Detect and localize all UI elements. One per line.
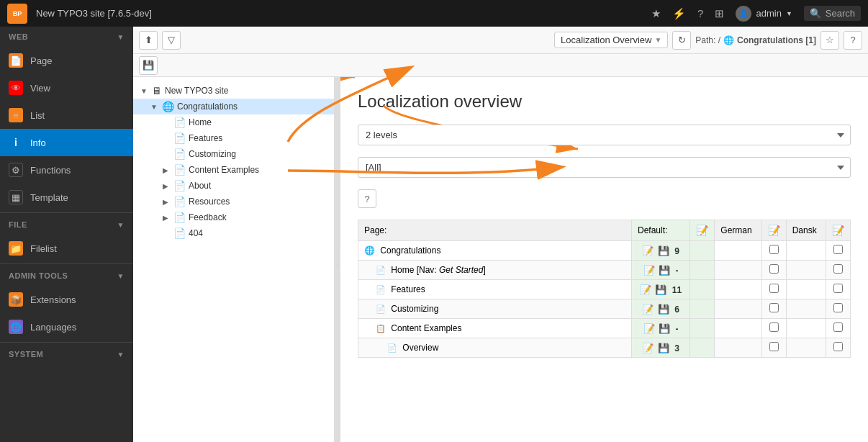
translate-action-1[interactable]: 💾 [658,245,669,256]
logo: BP [7,4,27,24]
edit-action-home[interactable]: 📝 [643,265,655,276]
grid-icon[interactable]: ⊞ [715,7,724,20]
dansk-checkbox-content-examples[interactable] [833,323,843,332]
tree-toggle-content-examples[interactable]: ▶ [161,165,171,175]
sidebar-item-languages[interactable]: 🌐 Languages [0,313,133,340]
sidebar-item-view[interactable]: 👁 View [0,74,133,102]
tree-item-root[interactable]: ▼ 🖥 New TYPO3 site [133,83,334,99]
translate-action-features[interactable]: 💾 [655,284,666,295]
default-cell-overview: 📝 💾 3 [632,338,690,358]
edit-action-1[interactable]: 📝 [642,245,654,256]
tree-404-icon: 📄 [173,227,186,239]
german-checkbox-customizing[interactable] [769,303,779,312]
sidebar-item-template[interactable]: ▦ Template [0,184,133,211]
help-button[interactable]: ? [358,189,376,208]
tree-toggle-congratulations[interactable]: ▼ [149,102,159,112]
section-admin-header[interactable]: ADMIN TOOLS ▼ [0,266,133,286]
sidebar-item-page[interactable]: 📄 Page [0,47,133,74]
dansk-checkbox-customizing[interactable] [833,303,843,312]
sidebar-item-info[interactable]: i Info [0,129,133,156]
german-checkbox-features[interactable] [769,284,779,293]
sidebar-item-list[interactable]: ≡ List [0,102,133,129]
german-checkbox-content-examples[interactable] [769,323,779,332]
sidebar-label-functions: Functions [30,165,71,176]
sidebar-item-filelist[interactable]: 📁 Filelist [0,235,133,262]
section-web-header[interactable]: WEB ▼ [0,27,133,47]
filter-button[interactable]: ▽ [162,31,181,50]
levels-select[interactable]: 2 levels 1 level 3 levels 4 levels [358,125,851,145]
tree-toggle-resources[interactable]: ▶ [161,197,171,207]
view-selector[interactable]: Localization Overview ▼ [554,32,668,48]
tree-toggle-root[interactable]: ▼ [139,86,149,96]
tree-toggle-about[interactable]: ▶ [161,181,171,191]
dansk-checkbox-home[interactable] [833,264,843,274]
section-system-header[interactable]: SYSTEM ▼ [0,344,133,364]
page-title: Localization overview [358,91,851,112]
page-name-congratulations: Congratulations [380,245,440,256]
edit-icon-dansk[interactable]: 📝 [832,225,844,236]
dansk-cell-customizing [786,299,826,319]
tree-item-customizing[interactable]: ▶ 📄 Customizing [133,146,334,162]
german-checkbox-cell-congratulations [761,241,786,261]
user-menu[interactable]: 👤 admin ▼ [736,6,792,22]
tree-item-feedback[interactable]: ▶ 📄 Feedback [133,209,334,225]
view-icon: 👁 [9,81,23,95]
translate-action-overview[interactable]: 💾 [658,343,669,353]
help-icon[interactable]: ? [697,7,703,19]
tree-item-about[interactable]: ▶ 📄 About [133,178,334,194]
german-checkbox-home[interactable] [769,264,779,274]
page-name-overview: Overview [402,343,438,353]
doc-icon-home: 📄 [376,266,386,274]
count-congratulations: 9 [674,246,679,256]
toolbar-row2: 💾 [133,54,868,77]
tree-item-home[interactable]: ▶ 📄 Home [133,114,334,130]
bookmark-icon[interactable]: ★ [651,7,661,20]
filter-select[interactable]: [All] Default language only Translated p… [358,157,851,178]
edit-icon-default[interactable]: 📝 [696,225,708,236]
dansk-checkbox-overview[interactable] [833,342,843,351]
page-cell-features: 📄 Features [358,280,632,299]
tree-item-features[interactable]: ▶ 📄 Features [133,130,334,146]
question-button[interactable]: ? [844,31,862,50]
section-file-header[interactable]: FILE ▼ [0,215,133,235]
save-button[interactable]: 💾 [139,56,158,75]
german-checkbox-congratulations[interactable] [769,245,779,254]
dansk-checkbox-features[interactable] [833,284,843,293]
tree-item-content-examples[interactable]: ▶ 📄 Content Examples [133,162,334,178]
col-header-default-action: 📝 [690,220,715,241]
languages-icon: 🌐 [9,320,23,334]
edit-icon-german[interactable]: 📝 [768,225,780,236]
upload-button[interactable]: ⬆ [139,31,158,50]
edit-action-customizing[interactable]: 📝 [642,304,654,315]
edit-action-content-examples[interactable]: 📝 [643,323,655,334]
translate-action-customizing[interactable]: 💾 [658,304,669,315]
sidebar-label-template: Template [30,192,68,203]
table-row: 📄 Home [Nav: Get Started] 📝 💾 - [358,261,851,280]
german-checkbox-overview[interactable] [769,342,779,351]
sidebar-item-functions[interactable]: ⚙ Functions [0,156,133,184]
topbar-icons: ★ ⚡ ? ⊞ 👤 admin ▼ 🔍 Search [651,6,861,22]
tree-item-congratulations[interactable]: ▼ 🌐 Congratulations [133,99,334,114]
table-row: 📋 Content Examples 📝 💾 - [358,319,851,338]
edit-action-features[interactable]: 📝 [640,284,651,295]
tree-congratulations-label: Congratulations [177,102,238,112]
dansk-cell-congratulations [786,241,826,261]
refresh-button[interactable]: ↻ [672,31,691,50]
path-prefix: Path: / [695,35,720,45]
translate-action-home[interactable]: 💾 [659,265,670,276]
sidebar-item-extensions[interactable]: 📦 Extensions [0,286,133,313]
search-bar[interactable]: 🔍 Search [804,6,861,21]
translate-action-content-examples[interactable]: 💾 [659,323,670,334]
resize-handle[interactable]: · · · [335,77,340,442]
dansk-checkbox-congratulations[interactable] [833,245,843,254]
tree-content-examples-icon: 📄 [173,164,186,176]
tree-item-404[interactable]: ▶ 📄 404 [133,225,334,241]
german-checkbox-cell-home [761,261,786,280]
edit-action-overview[interactable]: 📝 [642,343,654,353]
section-system-label: SYSTEM [9,350,43,358]
tree-item-resources[interactable]: ▶ 📄 Resources [133,194,334,209]
tree-toggle-feedback[interactable]: ▶ [161,212,171,222]
star-button[interactable]: ☆ [820,31,839,50]
bolt-icon[interactable]: ⚡ [672,7,686,20]
username: admin [756,8,781,19]
